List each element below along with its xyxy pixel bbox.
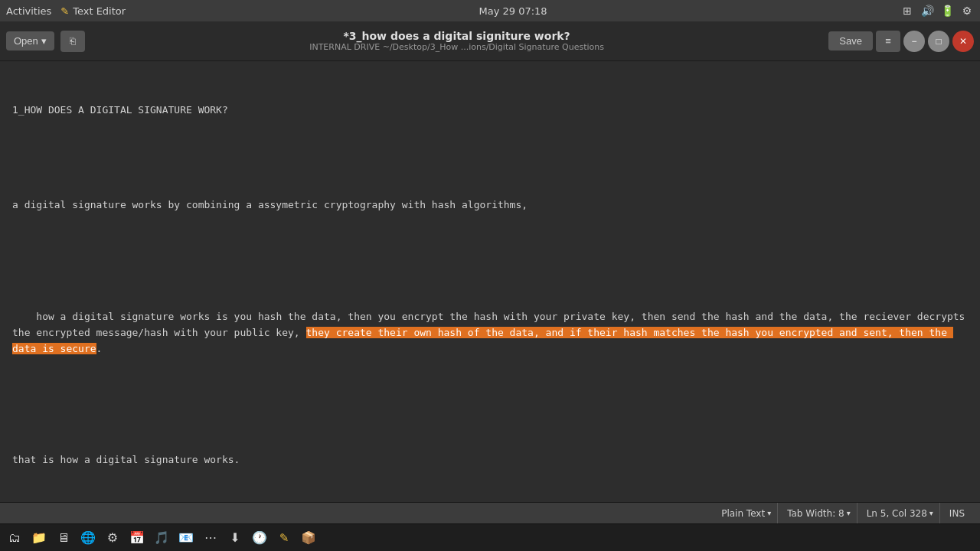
status-bar: Plain Text ▾ Tab Width: 8 ▾ Ln 5, Col 32…	[0, 502, 980, 523]
taskbar-folder-icon[interactable]: 📁	[28, 527, 51, 549]
tab-width-chevron: ▾	[847, 509, 851, 517]
position-chevron: ▾	[929, 509, 933, 517]
datetime: May 29 07:18	[479, 5, 547, 17]
taskbar-media-icon[interactable]: 🎵	[150, 527, 173, 549]
editor-line-4a: how a digital signature works is you has…	[12, 293, 968, 373]
file-title: *3_how does a digital signiture work?	[91, 30, 823, 42]
minimize-button[interactable]: −	[903, 31, 925, 52]
editor-line-1: 1_HOW DOES A DIGITAL SIGNATURE WORK?	[12, 103, 968, 119]
editor-text-normal-4c: .	[96, 343, 103, 354]
taskbar-mail-icon[interactable]: 📧	[175, 527, 198, 549]
taskbar-text-editor-symbol: ✎	[279, 531, 289, 545]
tab-width-label: Tab Width: 8	[787, 508, 844, 519]
editor-line-2	[12, 150, 968, 166]
text-editor-icon: ✎	[60, 5, 69, 17]
taskbar-calendar-icon[interactable]: 📅	[126, 527, 149, 549]
system-icon-2: 🔊	[920, 4, 934, 18]
taskbar-settings-icon[interactable]: ⚙	[101, 527, 124, 549]
system-topbar: Activities ✎ Text Editor May 29 07:18 ⊞ …	[0, 0, 980, 21]
file-type-label: Plain Text	[721, 508, 765, 519]
editor-line-3: a digital signature works by combining a…	[12, 197, 968, 214]
editor-line-4	[12, 246, 968, 262]
file-type-chevron: ▾	[767, 509, 771, 517]
tab-width-selector[interactable]: Tab Width: 8 ▾	[781, 503, 858, 523]
taskbar-files-icon[interactable]: 🗂	[3, 527, 26, 549]
open-button[interactable]: Open ▾	[6, 31, 54, 51]
taskbar-terminal-icon[interactable]: 🖥	[52, 527, 75, 549]
editor-line-6: that is how a digital signature works.	[12, 452, 968, 468]
title-bar: Open ▾ ⎗ *3_how does a digital signiture…	[0, 21, 980, 61]
activities-button[interactable]: Activities	[6, 5, 51, 17]
position-label: Ln 5, Col 328	[867, 508, 927, 519]
taskbar-more-icon[interactable]: ⋯	[199, 527, 222, 549]
maximize-button[interactable]: □	[928, 31, 949, 52]
insert-mode: INS	[943, 503, 971, 523]
taskbar-archive-icon[interactable]: 📦	[297, 527, 320, 549]
system-icon-4: ⚙	[960, 4, 974, 18]
editor-area[interactable]: 1_HOW DOES A DIGITAL SIGNATURE WORK? a d…	[0, 61, 980, 502]
taskbar-browser-icon[interactable]: 🌐	[77, 527, 100, 549]
hamburger-menu-button[interactable]: ≡	[876, 31, 900, 52]
taskbar-download-icon[interactable]: ⬇	[224, 527, 247, 549]
window-actions: Save ≡ − □ ✕	[828, 31, 974, 52]
taskbar-clock-icon[interactable]: 🕐	[248, 527, 271, 549]
system-icon-3: 🔋	[940, 4, 954, 18]
editor-line-5	[12, 405, 968, 421]
file-path: INTERNAL DRIVE ~/Desktop/3_How ...ions/D…	[91, 42, 823, 52]
taskbar: 🗂 📁 🖥 🌐 ⚙ 📅 🎵 📧 ⋯ ⬇ 🕐 ✎ 📦	[0, 523, 980, 551]
file-title-area: *3_how does a digital signiture work? IN…	[91, 30, 823, 52]
save-button[interactable]: Save	[828, 31, 873, 51]
recent-files-button[interactable]: ⎗	[60, 31, 85, 52]
close-button[interactable]: ✕	[952, 31, 974, 52]
position-selector[interactable]: Ln 5, Col 328 ▾	[861, 503, 940, 523]
file-type-selector[interactable]: Plain Text ▾	[715, 503, 778, 523]
chevron-down-icon: ▾	[41, 35, 47, 47]
app-title: ✎ Text Editor	[60, 5, 126, 17]
taskbar-text-editor-icon[interactable]: ✎	[273, 527, 296, 549]
ins-label: INS	[949, 508, 965, 519]
system-icon-1: ⊞	[900, 4, 914, 18]
